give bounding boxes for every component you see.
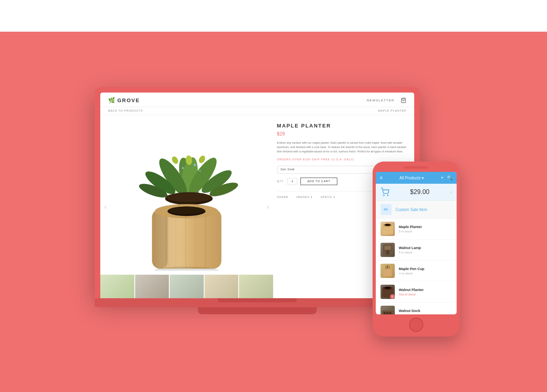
cart-icon[interactable]: [401, 97, 406, 103]
list-item[interactable]: Maple Pen Cup ∞ in stock: [376, 261, 457, 282]
phone-header-actions: + 🔍: [441, 175, 453, 181]
phone-cart-icon: [381, 188, 389, 196]
product-image-area: ‹: [100, 115, 273, 298]
custom-sale-item[interactable]: ✏ Custom Sale Item: [376, 201, 457, 219]
phone-title-chevron[interactable]: ▾: [422, 176, 424, 180]
svg-rect-36: [386, 250, 389, 255]
phone-title-text: All Products: [400, 176, 421, 180]
product-stock: 3 of 12 variants out of stock: [399, 314, 452, 315]
breadcrumb: BACK TO PRODUCTS MAPLE PLANTER: [100, 107, 414, 115]
product-stock: Out of stock: [399, 293, 452, 296]
product-thumbnail: !: [381, 285, 395, 299]
svg-point-30: [387, 195, 388, 196]
product-name: Walnut Dock: [399, 309, 452, 313]
add-to-cart-button[interactable]: ADD TO CART: [300, 177, 337, 185]
svg-point-14: [199, 170, 201, 171]
svg-point-29: [383, 195, 384, 196]
phone-menu-icon[interactable]: ≡: [380, 175, 383, 181]
laptop-body: 🌿 GROVE NEWSLETTER: [95, 87, 420, 298]
phone-title-area: All Products ▾: [400, 176, 424, 180]
phone-speaker: [404, 166, 428, 169]
scene: 🌿 GROVE NEWSLETTER: [55, 24, 492, 368]
shipping-notice: ORDERS OVER $150 SHIP FREE (U.S.A. ONLY): [277, 158, 406, 161]
svg-rect-47: [389, 312, 391, 314]
list-item[interactable]: Walnut Lamp 5 in stock: [376, 240, 457, 261]
product-info: Maple Planter 5 in stock: [399, 225, 452, 233]
laptop-screen: 🌿 GROVE NEWSLETTER: [100, 92, 414, 298]
product-thumbnail: [381, 306, 395, 314]
phone-home-button[interactable]: [409, 318, 423, 332]
phone-screen: ≡ All Products ▾ + 🔍: [376, 172, 457, 314]
svg-rect-19: [152, 209, 168, 268]
logo-leaf-icon: 🌿: [108, 97, 116, 103]
tab-specs[interactable]: SPECS ▾: [321, 196, 335, 199]
qty-label: QTY: [277, 180, 284, 183]
breadcrumb-current: MAPLE PLANTER: [378, 109, 406, 112]
thumb-2[interactable]: [135, 274, 169, 298]
list-item[interactable]: ! Walnut Planter Out of stock: [376, 282, 457, 303]
thumb-4[interactable]: [205, 274, 239, 298]
laptop: 🌿 GROVE NEWSLETTER: [95, 87, 420, 314]
planter-block: [150, 197, 223, 270]
phone-cart-bar[interactable]: $29.00 ›: [376, 184, 457, 201]
svg-rect-45: [384, 312, 386, 314]
custom-sale-icon: ✏: [381, 204, 392, 215]
phone-outer: ≡ All Products ▾ + 🔍: [373, 162, 460, 337]
product-thumbnail: [381, 222, 395, 236]
svg-point-33: [384, 224, 391, 226]
product-stock: 5 in stock: [399, 230, 452, 233]
svg-point-43: [384, 287, 391, 289]
newsletter-link[interactable]: NEWSLETTER: [367, 99, 394, 102]
laptop-base: [95, 298, 420, 307]
product-name: Walnut Lamp: [399, 246, 452, 250]
website: 🌿 GROVE NEWSLETTER: [100, 92, 414, 298]
thumb-1[interactable]: [100, 274, 134, 298]
svg-rect-35: [384, 246, 391, 250]
product-stock: 5 in stock: [399, 251, 452, 254]
svg-point-10: [170, 155, 179, 165]
thumb-5[interactable]: [239, 274, 273, 298]
product-name: Maple Pen Cup: [399, 267, 452, 271]
phone-header: ≡ All Products ▾ + 🔍: [376, 172, 457, 184]
phone-cart-price: $29.00: [410, 188, 430, 196]
list-item[interactable]: Maple Planter 5 in stock: [376, 219, 457, 240]
qty-input[interactable]: 1: [287, 178, 297, 185]
breadcrumb-back[interactable]: BACK TO PRODUCTS: [108, 109, 143, 112]
thumbnail-strip: [100, 274, 273, 298]
logo-text: GROVE: [117, 97, 140, 103]
product-info: Walnut Planter Out of stock: [399, 288, 452, 296]
thumb-3[interactable]: [170, 274, 204, 298]
product-name: Maple Planter: [399, 225, 452, 229]
product-info: Walnut Dock 3 of 12 variants out of stoc…: [399, 309, 452, 315]
product-price: $29: [277, 131, 406, 137]
svg-rect-37: [384, 268, 392, 276]
product-title: MAPLE PLANTER: [277, 123, 406, 129]
pencil-icon: ✏: [384, 206, 388, 213]
product-info: Maple Pen Cup ∞ in stock: [399, 267, 452, 275]
svg-point-12: [193, 164, 196, 166]
size-value: Size: Small: [281, 168, 295, 171]
phone: ≡ All Products ▾ + 🔍: [373, 162, 460, 337]
tab-images[interactable]: IMAGES ▾: [296, 196, 313, 199]
list-item[interactable]: Walnut Dock 3 of 12 variants out of stoc…: [376, 303, 457, 314]
site-header: 🌿 GROVE NEWSLETTER: [100, 92, 414, 107]
svg-point-22: [168, 206, 205, 214]
svg-rect-46: [386, 312, 388, 314]
prev-image-arrow[interactable]: ‹: [104, 202, 107, 211]
phone-add-icon[interactable]: +: [441, 175, 444, 181]
site-logo: 🌿 GROVE: [108, 97, 140, 103]
product-description: Enliven any surface with our maple plant…: [277, 141, 406, 154]
phone-product-list: Maple Planter 5 in stock Walnut Lamp 5 i…: [376, 219, 457, 314]
site-content: ‹: [100, 115, 414, 298]
custom-sale-label: Custom Sale Item: [396, 207, 427, 212]
phone-cart-arrow: ›: [450, 189, 452, 195]
site-nav: NEWSLETTER: [367, 97, 406, 103]
product-stock: ∞ in stock: [399, 272, 452, 275]
tab-share[interactable]: SHARE: [277, 196, 289, 199]
product-thumbnail: [381, 264, 395, 278]
product-info: Walnut Lamp 5 in stock: [399, 246, 452, 254]
svg-point-13: [182, 167, 184, 169]
phone-search-icon[interactable]: 🔍: [447, 175, 453, 181]
next-image-arrow[interactable]: ›: [267, 202, 269, 211]
product-name: Walnut Planter: [399, 288, 452, 292]
